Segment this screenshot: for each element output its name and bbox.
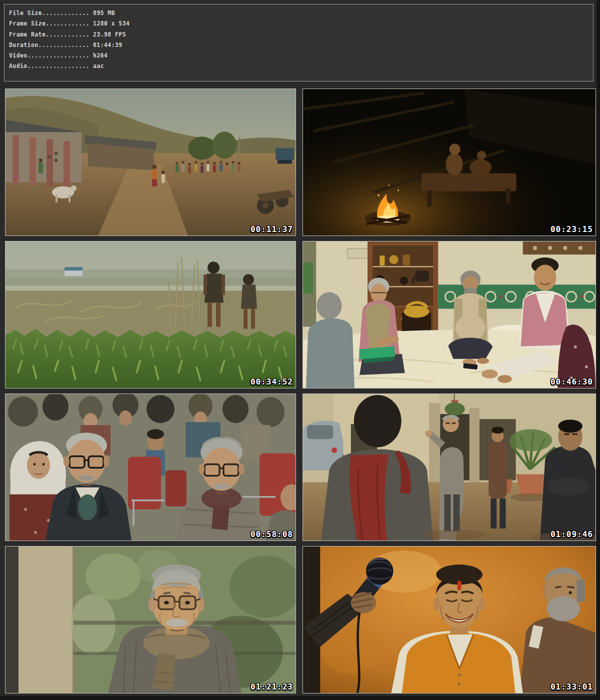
file-info-value: aac (90, 62, 104, 70)
timestamp-overlay: 00:46:30 (550, 377, 593, 386)
screenshot-8: 01:33:01 (302, 546, 596, 694)
screenshot-image-audience (6, 394, 296, 540)
file-info-panel: File Size.............895 MB Frame Size.… (4, 4, 594, 82)
file-info-label: Audio (9, 62, 28, 70)
file-info-value: 23.98 FPS (90, 31, 126, 38)
screenshot-5: 00:58:08 (5, 394, 296, 541)
timestamp-overlay: 00:34:52 (250, 377, 293, 386)
file-info-row: File Size.............895 MB (9, 8, 593, 18)
dot-leader: ............. (42, 10, 90, 16)
screenshot-grid: 00:11:37 (5, 88, 596, 694)
timestamp-overlay: 01:33:01 (550, 682, 593, 692)
timestamp-overlay: 00:11:37 (250, 224, 293, 234)
dot-leader: ................. (28, 62, 90, 70)
screenshot-7: 01:21:23 (5, 546, 296, 694)
screenshot-6: 01:09:46 (302, 394, 596, 541)
screenshot-image-saffron-vest-mic (303, 546, 596, 693)
file-info-row: Duration..............01:44:39 (9, 40, 593, 50)
file-info-row: Audio.................aac (9, 61, 593, 72)
file-info-value: 895 MB (90, 10, 115, 16)
screenshot-image-courtyard (303, 394, 596, 540)
timestamp-overlay: 01:09:46 (550, 530, 593, 539)
screenshot-1: 00:11:37 (5, 88, 296, 236)
file-info-row: Frame Rate............23.98 FPS (9, 30, 593, 40)
timestamp-overlay: 00:58:08 (250, 530, 293, 539)
screenshot-image-children-field (6, 242, 296, 388)
file-info-label: Frame Rate (9, 31, 46, 38)
dot-leader: ............ (46, 31, 90, 38)
file-info-label: Frame Size (9, 20, 46, 27)
screenshot-image-village-street (6, 89, 296, 236)
dot-leader: ............ (46, 20, 90, 27)
screenshot-3: 00:34:52 (5, 241, 296, 388)
screenshot-image-night-campfire (303, 89, 596, 236)
file-info-label: Video (9, 52, 28, 59)
dot-leader: .............. (38, 42, 90, 48)
timestamp-overlay: 01:21:23 (250, 682, 293, 692)
dot-leader: ................. (28, 52, 90, 59)
screenshot-image-indoor-meeting (303, 242, 596, 388)
file-info-label: File Size (9, 10, 42, 16)
screenshot-image-old-man-closeup (6, 546, 296, 693)
file-info-label: Duration (9, 42, 38, 48)
file-info-value: 1280 x 534 (90, 20, 130, 27)
file-info-value: h264 (90, 52, 108, 59)
timestamp-overlay: 00:23:15 (550, 224, 593, 234)
screenshot-2: 00:23:15 (302, 88, 596, 236)
screenshot-4: 00:46:30 (302, 241, 596, 388)
file-info-value: 01:44:39 (90, 42, 122, 48)
file-info-row: Video.................h264 (9, 50, 593, 61)
file-info-row: Frame Size............1280 x 534 (9, 18, 593, 29)
page-background: File Size.............895 MB Frame Size.… (0, 0, 596, 696)
